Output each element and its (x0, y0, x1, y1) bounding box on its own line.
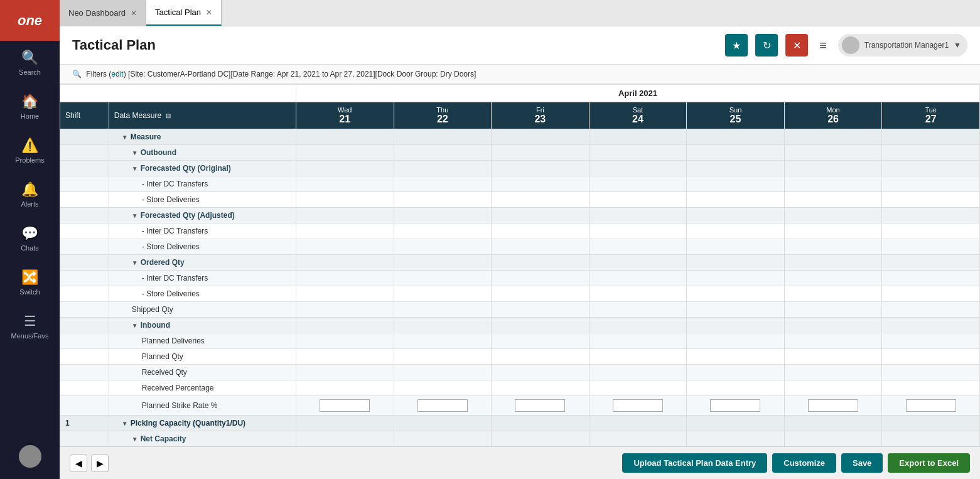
sidebar-item-menus-favs[interactable]: ☰ Menus/Favs (0, 304, 60, 348)
day-fri: Fri 23 (492, 102, 590, 129)
strike-rate-thu[interactable] (417, 399, 468, 412)
table-row: - Store Deliveries (60, 239, 980, 255)
save-button[interactable]: Save (841, 453, 883, 473)
data-measure-header: Data Measure ⊟ (109, 102, 296, 129)
search-icon: 🔍 (21, 50, 38, 66)
table-row: Received Percentage (60, 380, 980, 396)
shift-cell (60, 129, 109, 145)
sidebar-item-switch[interactable]: 🔀 Switch (0, 261, 60, 304)
month-label: April 2021 (296, 85, 979, 102)
tab-close-tactical-plan[interactable]: ✕ (206, 9, 212, 16)
strike-rate-fri[interactable] (515, 399, 565, 412)
user-name: Transportation Manager1 (864, 41, 949, 50)
table-row: Shipped Qty (60, 302, 980, 318)
table-row: ▼Forecasted Qty (Adjusted) (60, 208, 980, 223)
table-row: ▼Inbound (60, 318, 980, 333)
strike-rate-wed[interactable] (320, 399, 370, 412)
filter-label: Filters (86, 70, 107, 78)
user-section: Transportation Manager1 ▼ (838, 34, 967, 57)
sidebar-item-alerts[interactable]: 🔔 Alerts (0, 173, 60, 217)
shift-header: Shift (60, 102, 109, 129)
page-header: Tactical Plan ★ ↻ ✕ ≡ Transportation Man… (60, 26, 980, 65)
chat-icon: 💬 (21, 225, 38, 242)
table-row: ▼Ordered Qty (60, 255, 980, 271)
home-icon: 🏠 (21, 94, 38, 110)
favorite-button[interactable]: ★ (725, 34, 748, 57)
filter-icon: 🔍 (72, 70, 82, 78)
next-button[interactable]: ▶ (91, 455, 109, 472)
tab-bar: Neo Dashboard ✕ Tactical Plan ✕ (60, 0, 980, 26)
logo-text: one (18, 13, 42, 29)
collapse-arrow[interactable]: ▼ (132, 436, 138, 443)
warning-icon: ⚠️ (21, 137, 38, 154)
col-toggle-icon[interactable]: ⊟ (166, 112, 171, 119)
prev-button[interactable]: ◀ (70, 455, 87, 472)
table-row: ▼Net Capacity (60, 431, 980, 447)
filter-bar: 🔍 Filters (edit) [Site: CustomerA-Portla… (60, 65, 980, 84)
user-dropdown-arrow[interactable]: ▼ (954, 41, 961, 50)
table-row: - Inter DC Transfers (60, 176, 980, 192)
day-header-row: Shift Data Measure ⊟ Wed 21 Thu 22 Fri (60, 102, 980, 129)
sidebar-item-user-avatar[interactable] (0, 436, 60, 479)
user-avatar (842, 36, 859, 54)
main-content: Neo Dashboard ✕ Tactical Plan ✕ Tactical… (60, 0, 980, 479)
sidebar-item-search[interactable]: 🔍 Search (0, 41, 60, 85)
table-body: ▼Measure ▼Outbound (60, 129, 980, 447)
table-row: - Store Deliveries (60, 192, 980, 208)
tab-neo-dashboard[interactable]: Neo Dashboard ✕ (60, 0, 146, 26)
action-buttons: Upload Tactical Plan Data Entry Customiz… (622, 453, 970, 473)
collapse-arrow[interactable]: ▼ (122, 420, 128, 427)
switch-icon: 🔀 (21, 269, 38, 286)
sidebar: one 🔍 Search 🏠 Home ⚠️ Problems 🔔 Alerts… (0, 0, 60, 479)
collapse-arrow[interactable]: ▼ (132, 322, 138, 329)
sidebar-item-problems[interactable]: ⚠️ Problems (0, 129, 60, 173)
close-button[interactable]: ✕ (785, 34, 808, 57)
customize-button[interactable]: Customize (772, 453, 836, 473)
upload-button[interactable]: Upload Tactical Plan Data Entry (622, 453, 767, 473)
strike-rate-sat[interactable] (613, 399, 663, 412)
table-row: - Store Deliveries (60, 286, 980, 302)
collapse-arrow[interactable]: ▼ (132, 212, 138, 219)
day-thu: Thu 22 (394, 102, 492, 129)
sidebar-item-chats[interactable]: 💬 Chats (0, 217, 60, 261)
table-row: - Inter DC Transfers (60, 223, 980, 239)
strike-rate-tue[interactable] (906, 399, 956, 412)
day-sun: Sun 25 (687, 102, 785, 129)
bottom-toolbar: ◀ ▶ Upload Tactical Plan Data Entry Cust… (60, 446, 980, 479)
collapse-arrow[interactable]: ▼ (132, 259, 138, 266)
collapse-arrow[interactable]: ▼ (122, 134, 128, 141)
collapse-arrow[interactable]: ▼ (132, 165, 138, 172)
month-header-row: April 2021 (60, 85, 980, 102)
refresh-button[interactable]: ↻ (755, 34, 778, 57)
filter-edit-link[interactable]: edit (111, 70, 123, 78)
export-button[interactable]: Export to Excel (888, 453, 970, 473)
nav-arrows: ◀ ▶ (70, 455, 109, 472)
table-row: 1 ▼Picking Capacity (Quantity1/DU) (60, 416, 980, 431)
page-title: Tactical Plan (72, 37, 718, 53)
table-row: - Inter DC Transfers (60, 271, 980, 286)
tactical-plan-table: April 2021 Shift Data Measure ⊟ Wed 21 T… (60, 84, 980, 446)
table-row: ▼Outbound (60, 145, 980, 161)
table-row: Planned Strike Rate % (60, 396, 980, 416)
day-wed: Wed 21 (296, 102, 394, 129)
tab-close-neo-dashboard[interactable]: ✕ (131, 9, 137, 17)
table-row: ▼Forecasted Qty (Original) (60, 161, 980, 176)
measure-cell: ▼Measure (109, 129, 296, 145)
tab-tactical-plan[interactable]: Tactical Plan ✕ (146, 0, 222, 26)
day-mon: Mon 26 (784, 102, 882, 129)
table-row: Planned Deliveries (60, 333, 980, 349)
grid-container[interactable]: April 2021 Shift Data Measure ⊟ Wed 21 T… (60, 84, 980, 446)
strike-rate-mon[interactable] (808, 399, 858, 412)
sidebar-item-home[interactable]: 🏠 Home (0, 85, 60, 129)
table-row: Planned Qty (60, 349, 980, 365)
table-row: Received Qty (60, 365, 980, 380)
collapse-arrow[interactable]: ▼ (132, 149, 138, 156)
menu-icon: ☰ (24, 313, 36, 330)
day-tue: Tue 27 (882, 102, 980, 129)
bell-icon: 🔔 (21, 181, 38, 198)
filter-text: [Site: CustomerA-Portland DC][Date Range… (128, 70, 476, 78)
table-row: ▼Measure (60, 129, 980, 145)
strike-rate-sun[interactable] (710, 399, 760, 412)
hamburger-button[interactable]: ≡ (816, 35, 831, 57)
day-sat: Sat 24 (589, 102, 687, 129)
